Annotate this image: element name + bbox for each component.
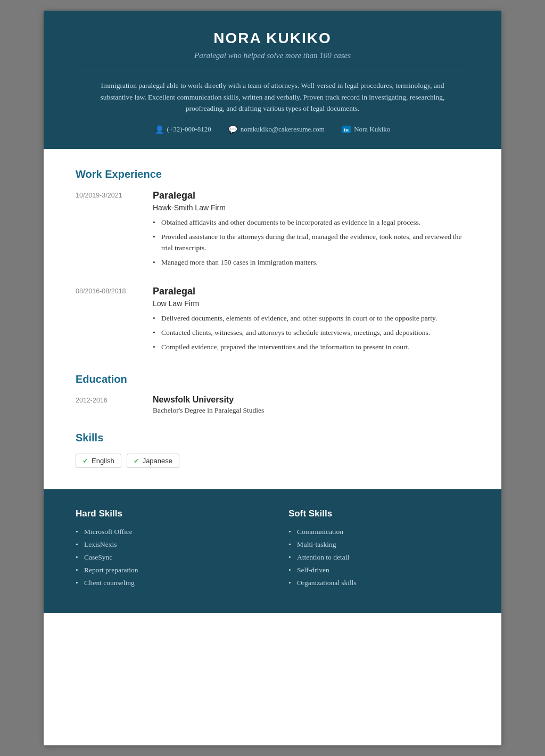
job-bullets-2: Delivered documents, elements of evidenc… bbox=[153, 313, 469, 353]
hard-skills-list: Microsoft Office LexisNexis CaseSync Rep… bbox=[76, 528, 257, 587]
company-name-1: Hawk-Smith Law Firm bbox=[153, 203, 469, 212]
email-value: norakukiko@cakeresume.com bbox=[241, 125, 325, 134]
resume-content: Work Experience 10/2019-3/2021 Paralegal… bbox=[44, 149, 501, 489]
skill-tag-english: ✔ English bbox=[76, 454, 121, 468]
soft-skill-1: Communication bbox=[288, 528, 469, 536]
hard-skill-5: Client counseling bbox=[76, 579, 257, 587]
bullet-1-2: Provided assistance to the attorneys dur… bbox=[153, 232, 469, 254]
soft-skills-list: Communication Multi-tasking Attention to… bbox=[288, 528, 469, 587]
email-icon: 💬 bbox=[228, 125, 237, 134]
job-bullets-1: Obtained affidavits and other documents … bbox=[153, 217, 469, 268]
soft-skill-4: Self-driven bbox=[288, 566, 469, 574]
bullet-2-1: Delivered documents, elements of evidenc… bbox=[153, 313, 469, 324]
resume-footer: Hard Skills Microsoft Office LexisNexis … bbox=[44, 489, 501, 613]
candidate-tagline: Paralegal who helped solve more than 100… bbox=[76, 51, 469, 60]
skill-label-japanese: Japanese bbox=[143, 457, 172, 465]
contact-phone: 👤 (+32)-000-8120 bbox=[155, 125, 211, 134]
skill-tag-japanese: ✔ Japanese bbox=[127, 454, 179, 468]
bullet-2-3: Compiled evidence, prepared the interven… bbox=[153, 342, 469, 353]
work-experience-title: Work Experience bbox=[76, 168, 469, 180]
skills-tags: ✔ English ✔ Japanese bbox=[76, 454, 469, 468]
education-item-1: 2012-2016 Newsfolk University Bachelor's… bbox=[76, 395, 469, 415]
soft-skills-col: Soft Skills Communication Multi-tasking … bbox=[288, 508, 469, 591]
bullet-2-2: Contacted clients, witnesses, and attorn… bbox=[153, 327, 469, 339]
education-details-1: Newsfolk University Bachelor's Degree in… bbox=[153, 395, 469, 415]
resume-document: NORA KUKIKO Paralegal who helped solve m… bbox=[44, 11, 501, 745]
soft-skill-2: Multi-tasking bbox=[288, 540, 469, 549]
phone-icon: 👤 bbox=[155, 125, 164, 134]
hard-skill-4: Report preparation bbox=[76, 566, 257, 574]
skills-title: Skills bbox=[76, 432, 469, 444]
check-icon-japanese: ✔ bbox=[134, 457, 139, 465]
job-item-2: 08/2016-08/2018 Paralegal Low Law Firm D… bbox=[76, 286, 469, 356]
linkedin-value: Nora Kukiko bbox=[354, 125, 390, 134]
hard-skills-title: Hard Skills bbox=[76, 508, 257, 519]
job-date-2: 08/2016-08/2018 bbox=[76, 286, 137, 356]
contact-email: 💬 norakukiko@cakeresume.com bbox=[228, 125, 325, 134]
job-date-1: 10/2019-3/2021 bbox=[76, 190, 137, 272]
degree-name-1: Bachelor's Degree in Paralegal Studies bbox=[153, 406, 469, 415]
company-name-2: Low Law Firm bbox=[153, 299, 469, 308]
hard-skill-3: CaseSync bbox=[76, 553, 257, 562]
education-title: Education bbox=[76, 373, 469, 385]
job-title-1: Paralegal bbox=[153, 190, 469, 201]
contact-list: 👤 (+32)-000-8120 💬 norakukiko@cakeresume… bbox=[76, 125, 469, 134]
skill-label-english: English bbox=[92, 457, 114, 465]
hard-skill-1: Microsoft Office bbox=[76, 528, 257, 536]
phone-value: (+32)-000-8120 bbox=[167, 125, 211, 134]
education-date-1: 2012-2016 bbox=[76, 395, 137, 415]
soft-skills-title: Soft Skills bbox=[288, 508, 469, 519]
header-divider bbox=[76, 70, 469, 70]
job-item-1: 10/2019-3/2021 Paralegal Hawk-Smith Law … bbox=[76, 190, 469, 272]
job-details-2: Paralegal Low Law Firm Delivered documen… bbox=[153, 286, 469, 356]
candidate-name: NORA KUKIKO bbox=[76, 30, 469, 47]
hard-skill-2: LexisNexis bbox=[76, 540, 257, 549]
linkedin-icon: in bbox=[342, 126, 351, 133]
bullet-1-3: Managed more than 150 cases in immigrati… bbox=[153, 257, 469, 268]
job-title-2: Paralegal bbox=[153, 286, 469, 297]
bullet-1-1: Obtained affidavits and other documents … bbox=[153, 217, 469, 228]
soft-skill-5: Organizational skills bbox=[288, 579, 469, 587]
hard-skills-col: Hard Skills Microsoft Office LexisNexis … bbox=[76, 508, 257, 591]
resume-header: NORA KUKIKO Paralegal who helped solve m… bbox=[44, 11, 501, 149]
check-icon-english: ✔ bbox=[82, 457, 88, 465]
candidate-summary: Immigration paralegal able to work direc… bbox=[86, 80, 459, 114]
school-name-1: Newsfolk University bbox=[153, 395, 469, 405]
contact-linkedin: in Nora Kukiko bbox=[342, 125, 390, 134]
job-details-1: Paralegal Hawk-Smith Law Firm Obtained a… bbox=[153, 190, 469, 272]
soft-skill-3: Attention to detail bbox=[288, 553, 469, 562]
